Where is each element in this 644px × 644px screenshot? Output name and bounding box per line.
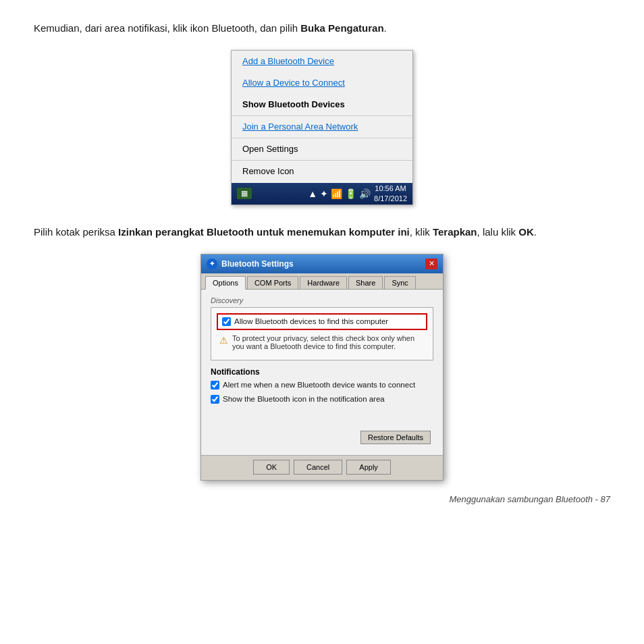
cancel-button[interactable]: Cancel (294, 460, 342, 475)
context-menu-screenshot: Add a Bluetooth Device Allow a Device to… (34, 50, 610, 205)
dialog-footer-buttons: OK Cancel Apply (201, 455, 443, 480)
paragraph-2-bold2: Terapkan (433, 226, 477, 238)
notifications-title: Notifications (211, 367, 433, 377)
paragraph-2-text-middle: , klik (410, 226, 433, 238)
menu-item-allow-connect[interactable]: Allow a Device to Connect (232, 72, 412, 94)
dialog-body: Discovery Allow Bluetooth devices to fin… (201, 290, 443, 455)
footer-note: Menggunakan sambungan Bluetooth - 87 (34, 494, 610, 504)
discovery-checkbox-row: Allow Bluetooth devices to find this com… (217, 313, 427, 330)
dialog-container: ✦ Bluetooth Settings ✕ Options COM Ports… (34, 254, 610, 481)
paragraph-2-text-before: Pilih kotak periksa (34, 226, 118, 238)
notifications-section: Notifications Alert me when a new Blueto… (211, 367, 433, 390)
paragraph-2-text-after: . (534, 226, 537, 238)
dialog-close-button[interactable]: ✕ (425, 259, 437, 269)
discovery-checkbox-label: Allow Bluetooth devices to find this com… (234, 317, 388, 325)
apply-button[interactable]: Apply (346, 460, 391, 475)
warning-icon: ⚠ (219, 335, 228, 346)
taskbar-bluetooth-icon: ✦ (320, 188, 328, 199)
taskbar-signal-icon: 📶 (331, 188, 342, 199)
dialog-title-text: Bluetooth Settings (221, 259, 294, 269)
warning-row: ⚠ To protect your privacy, select this c… (217, 334, 427, 350)
tab-options[interactable]: Options (205, 276, 246, 290)
discovery-section: Allow Bluetooth devices to find this com… (211, 307, 433, 360)
taskbar-volume-icon: 🔊 (359, 188, 371, 199)
discovery-checkbox[interactable] (222, 317, 231, 326)
taskbar-battery-icon: 🔋 (345, 188, 356, 199)
notification-checkbox-1-label: Alert me when a new Bluetooth device wan… (223, 381, 415, 389)
menu-item-open-settings[interactable]: Open Settings (232, 138, 412, 161)
taskbar-arrow-icon: ▲ (308, 188, 317, 199)
notification-checkbox-1-row: Alert me when a new Bluetooth device wan… (211, 381, 433, 390)
tab-com-ports[interactable]: COM Ports (247, 276, 298, 289)
paragraph-1: Kemudian, dari area notifikasi, klik iko… (34, 20, 610, 36)
notification-checkbox-2[interactable] (211, 395, 219, 404)
context-menu: Add a Bluetooth Device Allow a Device to… (231, 50, 413, 205)
menu-item-join-network[interactable]: Join a Personal Area Network (232, 116, 412, 138)
discovery-section-label: Discovery (211, 296, 433, 304)
taskbar-icons: ▲ ✦ 📶 🔋 🔊 (308, 188, 371, 199)
dialog-title-left: ✦ Bluetooth Settings (207, 259, 294, 269)
paragraph-1-text-after: . (384, 22, 387, 34)
bluetooth-title-icon: ✦ (207, 259, 217, 269)
dialog-tabs: Options COM Ports Hardware Share Sync (201, 273, 443, 290)
warning-text: To protect your privacy, select this che… (232, 334, 427, 350)
taskbar-time: 10:56 AM 8/17/2012 (374, 184, 407, 203)
restore-defaults-button[interactable]: Restore Defaults (360, 431, 431, 444)
paragraph-2-text-middle2: , lalu klik (477, 226, 519, 238)
tab-share[interactable]: Share (348, 276, 383, 289)
menu-item-add-bluetooth[interactable]: Add a Bluetooth Device (232, 51, 412, 72)
tab-hardware[interactable]: Hardware (300, 276, 347, 289)
ok-button[interactable]: OK (253, 460, 290, 475)
restore-defaults-container: Restore Defaults (211, 431, 433, 444)
paragraph-2-bold1: Izinkan perangkat Bluetooth untuk menemu… (118, 226, 410, 238)
paragraph-2: Pilih kotak periksa Izinkan perangkat Bl… (34, 224, 610, 240)
notification-checkbox-1[interactable] (211, 381, 219, 390)
dialog-titlebar: ✦ Bluetooth Settings ✕ (201, 254, 443, 273)
taskbar-start-button: ▦ (237, 188, 252, 199)
paragraph-1-text-before: Kemudian, dari area notifikasi, klik iko… (34, 22, 300, 34)
bluetooth-settings-dialog: ✦ Bluetooth Settings ✕ Options COM Ports… (200, 254, 444, 481)
paragraph-1-bold: Buka Pengaturan (300, 22, 383, 34)
notification-checkbox-2-row: Show the Bluetooth icon in the notificat… (211, 395, 433, 404)
tab-sync[interactable]: Sync (384, 276, 415, 289)
taskbar-strip: ▦ ▲ ✦ 📶 🔋 🔊 10:56 AM 8/17/2012 (232, 183, 412, 205)
paragraph-2-bold3: OK (518, 226, 534, 238)
menu-item-remove-icon[interactable]: Remove Icon (232, 161, 412, 182)
menu-item-show-devices[interactable]: Show Bluetooth Devices (232, 94, 412, 116)
notification-checkbox-2-label: Show the Bluetooth icon in the notificat… (223, 395, 385, 403)
